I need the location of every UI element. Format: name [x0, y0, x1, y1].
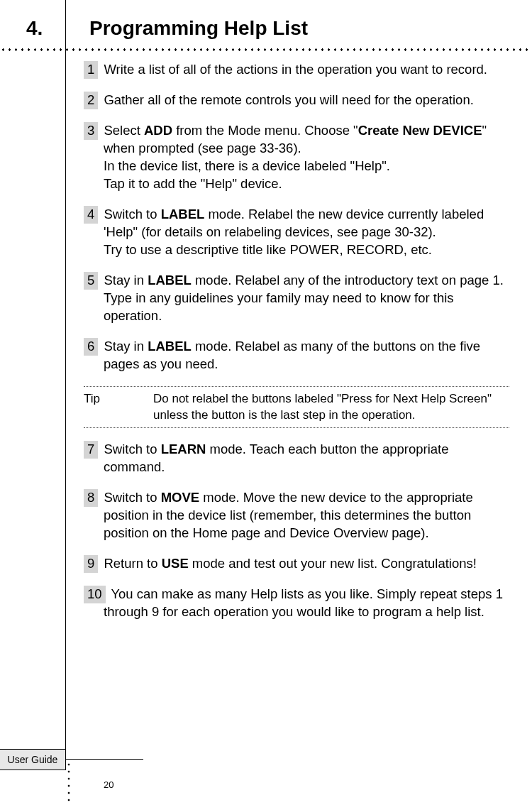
bold-text: LABEL — [148, 273, 192, 288]
step-body: 2 Gather all of the remote controls you … — [84, 92, 509, 109]
step-extra-line: Try to use a descriptive title like POWE… — [84, 241, 509, 259]
bold-text: ADD — [144, 123, 172, 138]
tip-text: Do not relabel the buttons labeled "Pres… — [153, 391, 509, 424]
tip-rule-bottom — [84, 427, 509, 428]
step-extra-line: In the device list, there is a device la… — [84, 158, 509, 175]
bold-text: LEARN — [161, 442, 206, 456]
step-number: 6 — [84, 338, 98, 356]
step: 5 Stay in LABEL mode. Relabel any of the… — [84, 272, 509, 325]
vertical-rule — [65, 0, 66, 760]
step: 2 Gather all of the remote controls you … — [84, 92, 509, 109]
bold-text: MOVE — [161, 490, 199, 505]
step: 10 You can make as many Help lists as yo… — [84, 586, 509, 621]
step: 9 Return to USE mode and test out your n… — [84, 555, 509, 573]
step-number: 1 — [84, 61, 98, 79]
horizontal-rule — [65, 759, 143, 760]
dotted-rule-horizontal — [0, 48, 532, 51]
step-number: 9 — [84, 555, 98, 573]
step-body: 9 Return to USE mode and test out your n… — [84, 555, 509, 573]
step: 4 Switch to LABEL mode. Relabel the new … — [84, 206, 509, 259]
step: 6 Stay in LABEL mode. Relabel as many of… — [84, 338, 509, 373]
section-title: Programming Help List — [89, 17, 308, 40]
step-body: 4 Switch to LABEL mode. Relabel the new … — [84, 206, 509, 241]
step-extra-line: Tap it to add the "Help" device. — [84, 175, 509, 193]
bold-text: USE — [162, 556, 189, 571]
step: 8 Switch to MOVE mode. Move the new devi… — [84, 489, 509, 542]
step-body: 8 Switch to MOVE mode. Move the new devi… — [84, 489, 509, 542]
step-body: 6 Stay in LABEL mode. Relabel as many of… — [84, 338, 509, 373]
tip-block: Tip Do not relabel the buttons labeled "… — [84, 386, 509, 429]
step-body: 10 You can make as many Help lists as yo… — [84, 586, 509, 621]
step: 7 Switch to LEARN mode. Teach each butto… — [84, 441, 509, 476]
bold-text: LABEL — [148, 339, 192, 354]
bold-text: Create New DEVICE — [358, 123, 482, 138]
step-number: 2 — [84, 92, 98, 109]
step-body: 1 Write a list of all of the actions in … — [84, 61, 509, 79]
step-number: 7 — [84, 441, 98, 459]
step-number: 4 — [84, 206, 98, 224]
page-number: 20 — [104, 779, 113, 790]
step: 1 Write a list of all of the actions in … — [84, 61, 509, 79]
dotted-rule-vertical — [67, 761, 70, 805]
step-number: 8 — [84, 489, 98, 507]
section-number: 4. — [26, 17, 43, 40]
step-number: 5 — [84, 272, 98, 290]
step-body: 7 Switch to LEARN mode. Teach each butto… — [84, 441, 509, 476]
tip-label: Tip — [84, 391, 153, 424]
content-area: 1 Write a list of all of the actions in … — [84, 61, 509, 634]
page: 4. Programming Help List 1 Write a list … — [0, 0, 532, 805]
step: 3 Select ADD from the Mode menu. Choose … — [84, 122, 509, 193]
step-body: 3 Select ADD from the Mode menu. Choose … — [84, 122, 509, 158]
step-number: 10 — [84, 586, 106, 603]
side-tab: User Guide — [0, 749, 66, 770]
step-body: 5 Stay in LABEL mode. Relabel any of the… — [84, 272, 509, 325]
bold-text: LABEL — [161, 207, 205, 221]
step-number: 3 — [84, 122, 98, 140]
